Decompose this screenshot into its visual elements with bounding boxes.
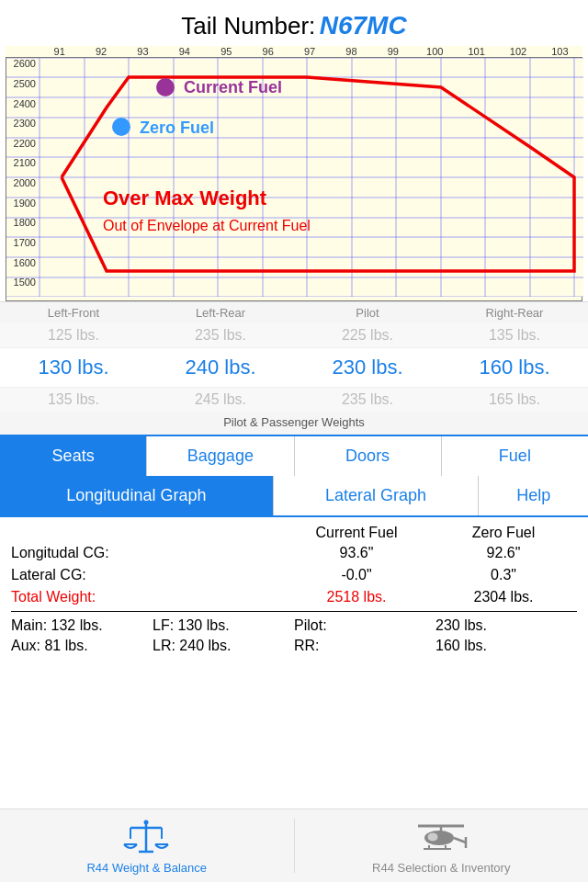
weight-main-2: 230 lbs. (294, 348, 441, 387)
label-pilot: Pilot (294, 302, 441, 323)
detail-pilot-label: Pilot: (294, 617, 435, 634)
weight-bot-gray-0: 135 lbs. (0, 388, 147, 412)
svg-text:2500: 2500 (14, 78, 36, 89)
weight-bot-gray-2: 235 lbs. (294, 388, 441, 412)
svg-point-57 (427, 832, 438, 842)
weights-labels: Left-Front Left-Rear Pilot Right-Rear (0, 301, 588, 323)
label-right-rear: Right-Rear (441, 302, 588, 323)
svg-text:1800: 1800 (14, 217, 36, 228)
svg-text:2300: 2300 (14, 118, 36, 129)
weight-main-0: 130 lbs. (0, 348, 147, 387)
header: Tail Number: N67MC (0, 0, 588, 46)
nav-selection-inventory[interactable]: R44 Selection & Inventory (295, 809, 589, 882)
weight-bot-gray-3: 165 lbs. (441, 388, 588, 412)
detail-lf: LF: 130 lbs. (153, 617, 294, 634)
tab-doors[interactable]: Doors (295, 436, 442, 476)
tab-help[interactable]: Help (479, 476, 588, 515)
detail-rr-label: RR: (294, 638, 435, 654)
label-left-rear: Left-Rear (147, 302, 294, 323)
svg-line-52 (454, 838, 466, 842)
chart-svg: 2600 2500 2400 2300 2200 2100 2000 1900 … (6, 58, 583, 297)
svg-text:1500: 1500 (14, 277, 36, 288)
tab-longitudinal[interactable]: Longitudinal Graph (0, 476, 274, 515)
detail-aux: Aux: 81 lbs. (11, 638, 153, 654)
tab-seats[interactable]: Seats (0, 436, 147, 476)
nav-label-2: R44 Selection & Inventory (372, 861, 510, 875)
detail-row-1: Main: 132 lbs. LF: 130 lbs. Pilot: 230 l… (11, 617, 577, 634)
weight-top-gray-2: 225 lbs. (294, 323, 441, 347)
svg-text:2100: 2100 (14, 157, 36, 168)
tab-fuel[interactable]: Fuel (442, 436, 588, 476)
header-static: Tail Number: (181, 12, 315, 40)
tabs-row1: Seats Baggage Doors Fuel (0, 435, 588, 476)
x-label-100: 100 (414, 46, 456, 57)
cg-label-lateral: Lateral CG: (11, 567, 283, 583)
svg-text:2200: 2200 (14, 138, 36, 149)
tab-baggage[interactable]: Baggage (147, 436, 294, 476)
col-head-zero: Zero Fuel (430, 525, 577, 541)
cg-val-longitudal-zero: 92.6" (430, 545, 577, 561)
weights-row-main: 130 lbs. 240 lbs. 230 lbs. 160 lbs. (0, 347, 588, 388)
weight-main-1: 240 lbs. (147, 348, 294, 387)
detail-rr-val: 160 lbs. (435, 638, 577, 654)
svg-text:1600: 1600 (14, 257, 36, 268)
x-label-91: 91 (39, 46, 80, 57)
cg-row-weight: Total Weight: 2518 lbs. 2304 lbs. (11, 589, 577, 605)
divider-1 (11, 611, 577, 612)
out-envelope-text: Out of Envelope at Current Fuel (103, 218, 311, 233)
nav-label-1: R44 Weight & Balance (86, 861, 207, 875)
x-label-95: 95 (206, 46, 247, 57)
nav-weight-balance[interactable]: R44 Weight & Balance (0, 809, 294, 882)
x-label-96: 96 (247, 46, 288, 57)
detail-pilot-val: 230 lbs. (435, 617, 577, 634)
helicopter-icon (409, 817, 473, 857)
x-label-102: 102 (497, 46, 538, 57)
x-label-92: 92 (80, 46, 121, 57)
cg-val-weight-current: 2518 lbs. (283, 589, 430, 605)
tail-number: N67MC (320, 11, 407, 40)
cg-label-longitudal: Longitudal CG: (11, 545, 283, 561)
detail-rows: Main: 132 lbs. LF: 130 lbs. Pilot: 230 l… (0, 617, 588, 654)
cg-val-lateral-current: -0.0" (283, 567, 430, 583)
x-label-94: 94 (164, 46, 205, 57)
weight-main-3: 160 lbs. (441, 348, 588, 387)
cg-label-weight: Total Weight: (11, 589, 283, 605)
cg-val-longitudal-current: 93.6" (283, 545, 430, 561)
svg-text:1700: 1700 (14, 237, 36, 248)
detail-main: Main: 132 lbs. (11, 617, 153, 634)
current-fuel-legend: Current Fuel (184, 78, 282, 96)
detail-lr: LR: 240 lbs. (153, 638, 294, 654)
over-max-text: Over Max Weight (103, 187, 267, 209)
svg-text:1900: 1900 (14, 198, 36, 209)
label-left-front: Left-Front (0, 302, 147, 323)
cg-header: Current Fuel Zero Fuel (11, 525, 577, 541)
detail-row-2: Aux: 81 lbs. LR: 240 lbs. RR: 160 lbs. (11, 638, 577, 654)
cg-val-lateral-zero: 0.3" (430, 567, 577, 583)
tabs-row2: Longitudinal Graph Lateral Graph Help (0, 476, 588, 517)
weights-section: Left-Front Left-Rear Pilot Right-Rear 12… (0, 301, 588, 435)
cg-section: Current Fuel Zero Fuel Longitudal CG: 93… (0, 517, 588, 605)
x-label-101: 101 (456, 46, 497, 57)
x-label-93: 93 (122, 46, 164, 57)
weights-row-bot-gray: 135 lbs. 245 lbs. 235 lbs. 165 lbs. (0, 388, 588, 412)
svg-text:2000: 2000 (14, 177, 36, 188)
svg-point-40 (156, 78, 175, 96)
weights-row-top-gray: 125 lbs. 235 lbs. 225 lbs. 135 lbs. (0, 323, 588, 347)
svg-point-48 (144, 820, 149, 825)
x-label-97: 97 (288, 46, 330, 57)
weight-top-gray-3: 135 lbs. (441, 323, 588, 347)
x-label-98: 98 (331, 46, 372, 57)
weight-bot-gray-1: 245 lbs. (147, 388, 294, 412)
tab-lateral[interactable]: Lateral Graph (274, 476, 480, 515)
weight-top-gray-1: 235 lbs. (147, 323, 294, 347)
cg-val-weight-zero: 2304 lbs. (430, 589, 577, 605)
svg-point-39 (112, 118, 130, 136)
balance-icon (121, 817, 172, 857)
zero-fuel-legend: Zero Fuel (140, 119, 214, 137)
cg-row-longitudal: Longitudal CG: 93.6" 92.6" (11, 545, 577, 561)
weights-caption: Pilot & Passenger Weights (0, 412, 588, 435)
weight-top-gray-0: 125 lbs. (0, 323, 147, 347)
x-label-99: 99 (372, 46, 413, 57)
col-head-current: Current Fuel (283, 525, 430, 541)
cg-row-lateral: Lateral CG: -0.0" 0.3" (11, 567, 577, 583)
